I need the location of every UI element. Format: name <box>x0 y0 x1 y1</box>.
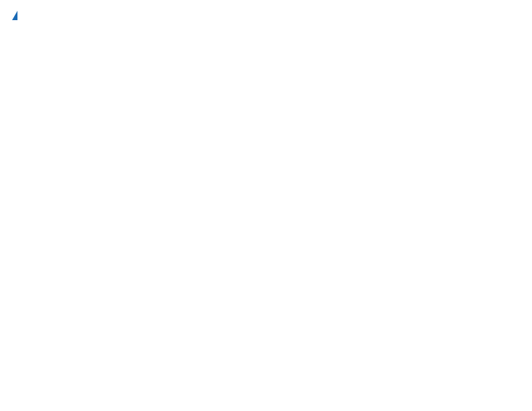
logo <box>11 11 17 21</box>
logo-triangle-icon <box>12 11 17 20</box>
page-header <box>11 11 521 21</box>
